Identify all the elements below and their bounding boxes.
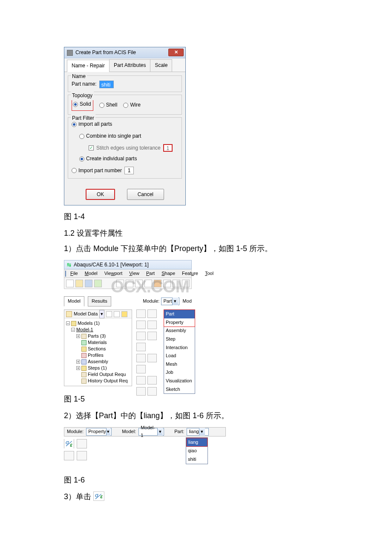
tree-models[interactable]: Models (1) <box>78 320 100 327</box>
radio-solid[interactable]: Solid <box>73 100 91 108</box>
offset-icon[interactable] <box>136 376 146 384</box>
filter-legend: Part Filter <box>71 114 95 122</box>
watermark: OCX.COM <box>111 273 189 300</box>
chevron-down-icon[interactable]: ▾ <box>99 310 104 318</box>
module-combo2[interactable]: Property▾ <box>86 428 112 436</box>
app-titlebar: ⇆ Abaqus/CAE 6.10-1 [Viewport: 1] <box>64 260 192 269</box>
chevron-down-icon: ▾ <box>157 428 163 436</box>
filter-icon[interactable] <box>114 311 120 317</box>
dialog-titlebar: Create Part from ACIS File ✕ <box>64 47 185 58</box>
datum-icon[interactable] <box>147 354 157 362</box>
tree-materials[interactable]: Materials <box>88 339 107 346</box>
module-label2: Module: <box>67 428 84 436</box>
menu-file[interactable]: File <box>68 270 81 278</box>
tree-parts[interactable]: Parts (3) <box>88 333 106 339</box>
stitch-label: Stitch edges using tolerance <box>96 144 161 152</box>
radio-import-partnum[interactable]: Import part number <box>72 167 122 175</box>
radio-shell[interactable]: Shell <box>99 101 118 109</box>
property-context-bar: Module: Property▾ Model: Model-1▾ Part: … <box>64 427 226 460</box>
dd-assembly[interactable]: Assembly <box>164 327 195 335</box>
dd-interaction[interactable]: Interaction <box>164 344 195 352</box>
partmanager-icon[interactable] <box>147 309 157 318</box>
radio-wire[interactable]: Wire <box>123 101 141 109</box>
dialog-tabs: Name - Repair Part Attributes Scale <box>64 58 185 72</box>
tree-history-output[interactable]: History Output Req <box>88 378 128 384</box>
misc2-icon[interactable] <box>147 387 157 396</box>
caption-1-4: 图 1-4 <box>64 211 328 223</box>
material-manager-icon[interactable] <box>77 439 87 448</box>
app-icon: ⇆ <box>67 261 71 269</box>
tree-model-1[interactable]: Model-1 <box>76 327 93 333</box>
new-icon[interactable] <box>66 280 74 287</box>
module-dropdown[interactable]: Part Property Assembly Step Interaction … <box>164 309 195 394</box>
part-dropdown[interactable]: liang qiao shiti <box>186 437 208 464</box>
stitch-tolerance-input[interactable]: 1 <box>163 144 173 152</box>
partname-input[interactable]: shiti <box>99 81 114 88</box>
topology-legend: Topology <box>71 92 94 100</box>
cut-icon[interactable] <box>147 332 157 340</box>
partition-icon[interactable] <box>136 354 146 362</box>
create-section-icon[interactable] <box>64 451 74 460</box>
mirror-icon[interactable] <box>136 365 146 373</box>
step-2: 2）选择【Part】中的【liang】，如图 1-6 所示。 <box>64 410 328 422</box>
menu-icon <box>65 271 66 277</box>
misc1-icon[interactable] <box>136 387 146 396</box>
createpart-icon[interactable] <box>136 309 146 318</box>
tree-assembly[interactable]: Assembly <box>88 358 108 365</box>
menu-model[interactable]: Model <box>82 270 100 278</box>
tip-icon[interactable] <box>121 311 127 317</box>
dd-visualization[interactable]: Visualization <box>164 377 195 385</box>
cancel-button[interactable]: Cancel <box>127 189 164 200</box>
open-icon[interactable] <box>75 280 83 287</box>
model-combo[interactable]: Model-1▾ <box>138 428 164 436</box>
create-material-icon[interactable] <box>64 439 74 448</box>
caption-1-5: 图 1-5 <box>64 393 328 405</box>
dd-property[interactable]: Property <box>164 318 195 327</box>
section-1-2: 1.2 设置零件属性 <box>64 227 328 240</box>
save-icon[interactable] <box>85 280 92 287</box>
sort-icon[interactable] <box>106 311 112 317</box>
ok-button[interactable]: OK <box>86 189 115 200</box>
radio-create-individual[interactable]: Create individual parts <box>79 155 137 163</box>
tab-name-repair[interactable]: Name - Repair <box>67 60 110 72</box>
menu-tools[interactable]: Tool <box>202 270 216 278</box>
dd-part[interactable]: Part <box>164 310 195 318</box>
dd-step[interactable]: Step <box>164 335 195 344</box>
section-manager-icon[interactable] <box>77 451 87 460</box>
dd-qiao[interactable]: qiao <box>186 447 208 455</box>
dd-job[interactable]: Job <box>164 368 195 377</box>
tree-title: Model Data <box>74 310 98 318</box>
solidrevolve-icon[interactable] <box>147 321 157 329</box>
dialog-body: Name Part name: shiti Topology Solid She… <box>64 72 185 185</box>
context-tab-results[interactable]: Results <box>88 296 111 306</box>
model-label: Model: <box>122 428 136 436</box>
dialog-title-text: Create Part from ACIS File <box>75 49 136 57</box>
dd-liang[interactable]: liang <box>186 438 208 447</box>
repair-icon[interactable] <box>147 376 157 384</box>
tree-icon <box>66 311 72 317</box>
radio-combine[interactable]: Combine into single part <box>79 132 141 140</box>
dd-load[interactable]: Load <box>164 352 195 360</box>
tree-sections[interactable]: Sections <box>88 346 106 352</box>
name-group: Name Part name: shiti <box>68 75 182 92</box>
solidextrude-icon[interactable] <box>136 321 146 329</box>
print-icon[interactable] <box>94 280 102 287</box>
part-combo[interactable]: liang▾ <box>187 428 209 436</box>
dd-mesh[interactable]: Mesh <box>164 360 195 369</box>
dd-sketch[interactable]: Sketch <box>164 385 195 394</box>
context-tab-model[interactable]: Model <box>64 296 84 306</box>
import-partnum-input[interactable]: 1 <box>124 167 134 174</box>
close-icon[interactable]: ✕ <box>168 49 184 56</box>
tree-steps[interactable]: Steps (1) <box>88 365 107 371</box>
check-stitch[interactable]: ✓ <box>89 145 94 150</box>
dd-shiti[interactable]: shiti <box>186 455 208 464</box>
tab-part-attributes[interactable]: Part Attributes <box>109 59 150 72</box>
shell-icon[interactable] <box>136 332 146 340</box>
dialog-icon <box>67 50 73 56</box>
tree-field-output[interactable]: Field Output Requ <box>88 371 126 378</box>
topology-group: Topology Solid Shell Wire <box>68 95 182 115</box>
tab-scale[interactable]: Scale <box>150 59 172 72</box>
round-icon[interactable] <box>136 343 146 351</box>
sigma-epsilon-icon <box>93 491 104 501</box>
tree-profiles[interactable]: Profiles <box>88 352 104 358</box>
